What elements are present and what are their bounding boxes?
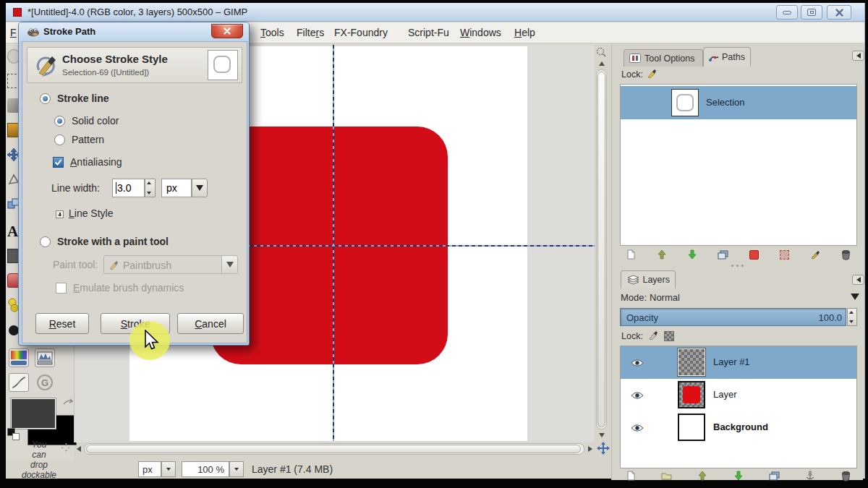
lock-brush-icon[interactable] — [647, 68, 658, 82]
dialog-close-button[interactable] — [211, 24, 243, 38]
paths-list: Selection — [620, 84, 857, 246]
visibility-eye-icon[interactable] — [631, 359, 644, 367]
path-to-selection-button[interactable] — [745, 249, 762, 261]
spin-down-icon — [849, 320, 854, 323]
duplicate-path-button[interactable] — [715, 249, 732, 261]
line-width-input[interactable]: 3.0 — [112, 179, 145, 197]
zoom-follow-toggle-icon[interactable] — [595, 46, 608, 58]
line-style-expander[interactable] — [56, 210, 64, 218]
horizontal-scrollbar-thumb[interactable] — [86, 445, 581, 453]
menu-fx-foundry[interactable]: FX-Foundry — [334, 27, 388, 38]
text-caret — [116, 182, 116, 194]
scroll-right-arrow[interactable] — [585, 442, 595, 455]
path-row-selection[interactable]: Selection — [621, 86, 856, 119]
scroll-left-arrow[interactable] — [74, 442, 84, 455]
lock-alpha-icon[interactable] — [664, 331, 674, 341]
unit-dropdown-button[interactable] — [192, 179, 208, 197]
scroll-down-arrow[interactable] — [596, 431, 608, 440]
stroke-style-subtitle: Selection-69 ([Untitled]) — [62, 68, 149, 77]
stroke-paint-tool-radio[interactable] — [40, 236, 51, 247]
menu-help[interactable]: Help — [514, 27, 535, 38]
minimize-button[interactable] — [776, 5, 798, 20]
solid-color-radio[interactable] — [54, 116, 65, 127]
vertical-guide[interactable] — [333, 45, 334, 441]
horizontal-scrollbar[interactable] — [84, 443, 584, 455]
delete-layer-button[interactable] — [838, 470, 855, 482]
path-thumbnail — [671, 89, 699, 116]
zoom-dropdown-button[interactable] — [229, 461, 244, 477]
menu-windows[interactable]: Windows — [460, 27, 501, 38]
zoom-field[interactable]: 100 % — [182, 461, 229, 477]
mode-dropdown-icon[interactable] — [851, 294, 859, 300]
scroll-up-arrow[interactable] — [596, 59, 608, 68]
choose-stroke-style-title: Choose Stroke Style — [62, 53, 168, 65]
mode-value[interactable]: Normal — [650, 292, 680, 303]
opacity-spinner[interactable] — [847, 308, 857, 326]
vertical-scrollbar[interactable] — [596, 69, 607, 429]
vertical-scrollbar-thumb[interactable] — [597, 72, 605, 427]
raise-path-button[interactable] — [653, 249, 671, 261]
unit-field[interactable]: px — [138, 461, 161, 477]
histogram-dialog-button[interactable] — [35, 348, 55, 367]
tab-tool-options[interactable]: Tool Options — [624, 49, 703, 67]
menu-tools[interactable]: Tools — [260, 27, 284, 38]
lower-path-button[interactable] — [684, 249, 701, 261]
lower-layer-button[interactable] — [730, 470, 747, 482]
layers-menu-button[interactable] — [852, 275, 864, 285]
raise-layer-button[interactable] — [694, 470, 711, 482]
new-group-button[interactable] — [658, 470, 676, 482]
duplicate-layer-button[interactable] — [766, 470, 783, 482]
dropdown-arrow-icon — [226, 262, 234, 267]
line-style-label: Line Style — [69, 207, 114, 219]
unit-dropdown-button[interactable] — [161, 461, 176, 477]
unit-value-field[interactable]: px — [161, 179, 192, 197]
new-path-button[interactable] — [622, 249, 639, 261]
delete-path-button[interactable] — [838, 249, 855, 261]
gegl-button[interactable]: G — [35, 373, 55, 392]
menu-file-partial[interactable]: F — [10, 27, 17, 38]
pan-navigation-icon[interactable] — [597, 442, 610, 455]
text-tool-icon[interactable]: A — [7, 223, 18, 241]
stroke-path-button[interactable] — [807, 249, 824, 261]
tab-paths[interactable]: Paths — [703, 47, 751, 67]
restore-button[interactable] — [801, 5, 822, 20]
dialog-title-bar[interactable]: Stroke Path — [19, 22, 249, 41]
visibility-eye-icon[interactable] — [631, 391, 644, 400]
cancel-button[interactable]: Cancel — [177, 313, 244, 334]
reset-button[interactable]: Reset — [35, 313, 89, 334]
pattern-radio[interactable] — [54, 134, 65, 145]
menu-script-fu[interactable]: Script-Fu — [408, 27, 449, 38]
solid-color-label: Solid color — [72, 115, 119, 127]
stroke-path-dialog: Stroke Path Choose Stroke Style Selectio… — [18, 22, 250, 346]
layer-row-3[interactable]: Background — [621, 411, 856, 444]
layer-row-2[interactable]: Layer — [621, 379, 856, 411]
line-width-spinner[interactable] — [145, 179, 156, 197]
close-button[interactable] — [827, 5, 851, 20]
spin-down-icon — [147, 192, 151, 194]
close-icon — [835, 9, 843, 17]
dockable-drop-icon — [61, 442, 72, 454]
visibility-eye-icon[interactable] — [631, 424, 644, 432]
antialiasing-checkbox[interactable] — [53, 157, 64, 168]
stroke-line-radio[interactable] — [40, 93, 51, 104]
selection-to-path-button[interactable] — [776, 249, 793, 261]
anchor-layer-button[interactable] — [801, 470, 819, 482]
swap-colors-icon[interactable] — [62, 398, 74, 411]
dock-splitter[interactable] — [612, 262, 863, 268]
lock-paint-icon[interactable] — [648, 330, 659, 343]
foreground-color-swatch[interactable] — [10, 398, 56, 429]
dock-menu-button[interactable] — [852, 51, 864, 61]
opacity-slider[interactable]: Opacity 100.0 — [620, 308, 846, 326]
new-layer-button[interactable] — [622, 470, 639, 482]
layers-list: Layer #1 Layer Background — [620, 346, 857, 468]
curves-dialog-button[interactable] — [9, 373, 29, 392]
menu-filters[interactable]: Filters — [297, 27, 324, 38]
gradient-dialog-button[interactable] — [9, 348, 29, 367]
drop-hint-text: Youcandropdockable — [12, 440, 67, 480]
tab-layers[interactable]: Layers — [621, 270, 676, 288]
layer-row-1[interactable]: Layer #1 — [621, 346, 856, 379]
layers-toolbar — [622, 470, 855, 481]
stroke-line-label: Stroke line — [57, 93, 109, 104]
title-bar[interactable]: *[Untitled]-4.0 (RGB color, 3 layers) 50… — [6, 3, 864, 22]
layers-icon — [626, 275, 639, 285]
